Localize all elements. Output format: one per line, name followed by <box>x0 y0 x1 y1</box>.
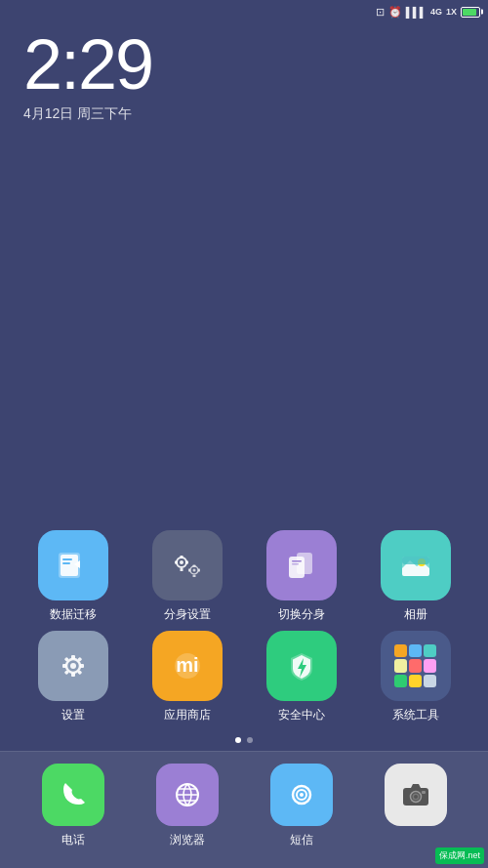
app-item-settings[interactable]: 设置 <box>24 631 122 723</box>
app-label-album: 相册 <box>404 606 427 623</box>
1x-icon: 1X <box>446 7 457 17</box>
svg-rect-7 <box>180 556 183 558</box>
app-icon-switch-split <box>266 530 337 600</box>
svg-rect-47 <box>422 791 426 794</box>
dock-item-browser[interactable]: 浏览器 <box>148 764 226 848</box>
svg-rect-3 <box>62 562 70 564</box>
svg-rect-19 <box>292 560 302 562</box>
app-label-switch-split: 切换分身 <box>278 606 325 623</box>
battery-indicator <box>461 7 480 18</box>
app-grid: 数据迁移 <box>0 530 488 731</box>
svg-text:mi: mi <box>176 654 198 676</box>
album-svg <box>397 547 434 584</box>
tools-grid <box>394 644 437 687</box>
app-item-data-migration[interactable]: 数据迁移 <box>24 530 122 623</box>
sms-svg <box>284 777 319 812</box>
svg-point-6 <box>180 560 183 564</box>
svg-rect-13 <box>192 565 195 567</box>
svg-rect-20 <box>292 563 299 565</box>
dock-icon-sms <box>270 764 333 826</box>
page-dot-2[interactable] <box>247 737 253 743</box>
time-display: 2:29 4月12日 周三下午 <box>23 29 152 123</box>
svg-rect-29 <box>80 664 84 668</box>
phone-svg <box>56 777 91 812</box>
dock-icon-phone <box>42 764 104 826</box>
dock-icon-camera <box>385 764 447 826</box>
page-dot-1[interactable] <box>235 737 241 743</box>
svg-rect-28 <box>62 664 66 668</box>
app-item-album[interactable]: 相册 <box>367 530 465 623</box>
svg-rect-23 <box>402 557 429 564</box>
svg-rect-26 <box>71 655 75 659</box>
clock: 2:29 <box>23 29 152 100</box>
svg-rect-9 <box>175 561 178 564</box>
app-label-data-migration: 数据迁移 <box>50 606 97 623</box>
status-bar: ⊡ ⏰ ▌▌▌ 4G 1X <box>0 0 488 23</box>
settings-svg <box>55 647 92 684</box>
app-icon-data-migration <box>38 530 108 600</box>
dock-icon-browser <box>156 764 219 826</box>
watermark: 保成网.net <box>435 847 484 864</box>
app-icon-security <box>266 631 337 701</box>
dock-item-phone[interactable]: 电话 <box>34 764 112 848</box>
security-svg <box>283 647 320 684</box>
svg-rect-18 <box>297 553 312 574</box>
camera-svg <box>398 777 433 812</box>
dock-item-camera[interactable] <box>377 764 455 832</box>
app-icon-system-tools <box>381 631 451 701</box>
app-label-settings: 设置 <box>61 707 85 723</box>
svg-point-12 <box>192 569 195 572</box>
alarm-icon: ⏰ <box>388 6 402 19</box>
app-icon-settings <box>38 631 108 701</box>
switch-split-svg <box>283 547 320 584</box>
svg-rect-2 <box>62 558 72 560</box>
svg-rect-8 <box>180 568 183 571</box>
data-migration-svg <box>55 547 92 584</box>
dock-item-sms[interactable]: 短信 <box>263 764 341 848</box>
app-icon-album <box>381 530 451 600</box>
app-item-security[interactable]: 安全中心 <box>253 631 350 723</box>
svg-rect-14 <box>192 575 195 577</box>
svg-rect-16 <box>198 569 200 572</box>
app-item-system-tools[interactable]: 系统工具 <box>367 631 465 723</box>
app-icon-split-settings <box>152 530 223 600</box>
svg-point-25 <box>70 663 76 669</box>
app-label-security: 安全中心 <box>278 707 325 723</box>
page-indicator <box>0 737 488 743</box>
app-row-1: 数据迁移 <box>16 530 472 623</box>
clipboard-icon: ⊡ <box>376 6 385 19</box>
app-item-split-settings[interactable]: 分身设置 <box>139 530 236 623</box>
app-label-split-settings: 分身设置 <box>164 606 211 623</box>
split-settings-svg <box>169 547 206 584</box>
svg-rect-10 <box>185 561 188 564</box>
browser-svg <box>170 777 205 812</box>
svg-rect-27 <box>71 673 75 677</box>
app-label-appstore: 应用商店 <box>164 707 211 723</box>
app-item-switch-split[interactable]: 切换分身 <box>253 530 350 623</box>
dock: 电话 浏览器 短信 <box>0 751 488 868</box>
dock-label-browser: 浏览器 <box>170 832 205 848</box>
svg-rect-1 <box>61 555 78 576</box>
app-icon-appstore: mi <box>152 631 223 701</box>
svg-point-42 <box>300 793 304 797</box>
dock-label-sms: 短信 <box>290 832 313 848</box>
signal-icon: ▌▌▌ <box>406 7 427 18</box>
dock-label-phone: 电话 <box>61 832 85 848</box>
app-item-appstore[interactable]: mi 应用商店 <box>139 631 236 723</box>
app-label-system-tools: 系统工具 <box>392 707 439 723</box>
svg-rect-15 <box>188 569 190 572</box>
svg-point-46 <box>414 795 418 799</box>
date-label: 4月12日 周三下午 <box>23 105 152 123</box>
appstore-svg: mi <box>169 647 206 684</box>
4g-icon: 4G <box>430 7 442 17</box>
app-row-2: 设置 mi 应用商店 安全中心 <box>16 631 472 723</box>
